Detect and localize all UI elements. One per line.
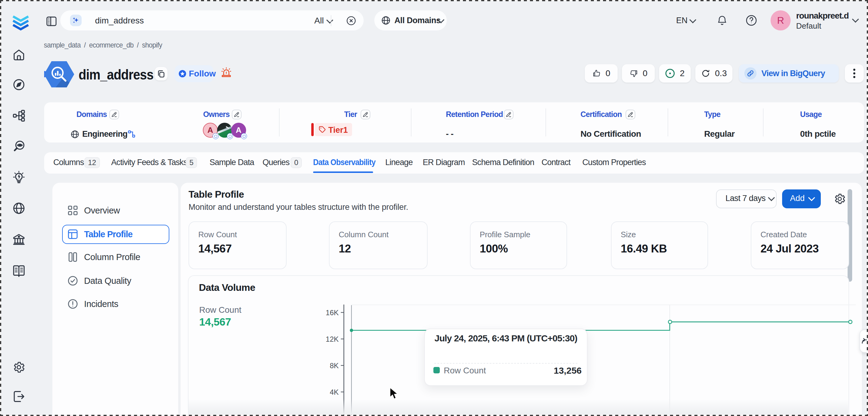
svg-text:8K: 8K (330, 361, 339, 370)
svg-text:16K: 16K (326, 309, 339, 317)
svg-text:4K: 4K (330, 388, 339, 396)
svg-text:12K: 12K (326, 335, 339, 343)
